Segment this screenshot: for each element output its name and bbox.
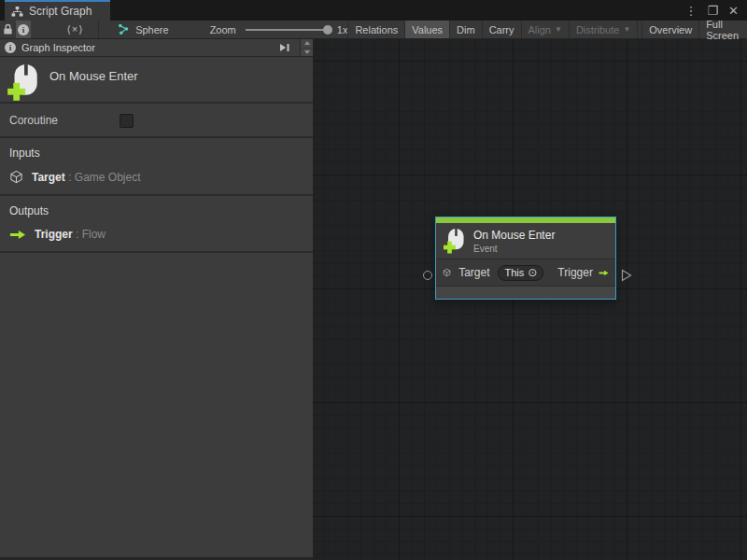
values-button[interactable]: Values — [404, 21, 449, 38]
dock-panel-button[interactable] — [275, 39, 294, 56]
carry-button[interactable]: Carry — [482, 21, 521, 38]
script-graph-asset-icon — [118, 23, 130, 35]
game-object-cube-icon — [9, 170, 23, 184]
zoom-slider-knob[interactable] — [323, 25, 332, 35]
node-output-port[interactable] — [621, 269, 632, 282]
on-mouse-enter-icon — [7, 63, 39, 101]
scroll-up-button[interactable] — [301, 39, 313, 48]
graph-inspector-title: Graph Inspector — [21, 42, 95, 53]
game-object-cube-icon — [443, 266, 451, 279]
output-port-row: Trigger : Flow — [9, 228, 303, 241]
coroutine-row: Coroutine — [0, 104, 313, 138]
panel-scroll-spinner — [300, 39, 313, 56]
tab-script-graph[interactable]: Script Graph — [5, 0, 110, 21]
input-port-row: Target : Game Object — [9, 170, 303, 184]
toolbar-right-group: Relations Values Dim Carry Align ▼ Distr… — [347, 21, 747, 38]
chevron-down-icon: ▼ — [623, 25, 630, 34]
node-title: On Mouse Enter — [473, 229, 555, 242]
tab-bar: Script Graph ⋮ ❐ ✕ — [0, 0, 747, 21]
target-value-button[interactable]: This ⊙ — [498, 265, 543, 281]
node-title-block: On Mouse Enter Event — [473, 229, 555, 254]
node-input-label: Target — [458, 266, 489, 279]
chevron-down-icon: ▼ — [555, 25, 562, 34]
coroutine-label: Coroutine — [9, 114, 58, 127]
info-icon — [5, 42, 16, 53]
graph-owner-reference[interactable]: Sphere — [118, 21, 168, 38]
code-view-button[interactable]: ⟨×⟩ — [51, 21, 98, 38]
distribute-label: Distribute — [576, 24, 619, 35]
relations-button[interactable]: Relations — [347, 21, 404, 38]
toolbar-separator — [98, 21, 99, 38]
fullscreen-button[interactable]: Full Screen — [698, 21, 747, 38]
input-port-type: : Game Object — [68, 171, 140, 184]
tab-label: Script Graph — [29, 5, 92, 18]
node-header[interactable]: On Mouse Enter Event — [436, 223, 615, 259]
unit-title: On Mouse Enter — [49, 69, 138, 83]
graph-hierarchy-icon — [11, 7, 23, 17]
target-value-label: This — [504, 267, 524, 278]
graph-toolbar: ⟨×⟩ Sphere Zoom 1x Relations Values Dim … — [0, 21, 747, 39]
on-mouse-enter-icon — [444, 228, 465, 254]
info-icon — [18, 24, 29, 35]
inspector-toggle-button[interactable] — [16, 21, 32, 38]
graph-owner-label: Sphere — [135, 24, 168, 35]
overview-button[interactable]: Overview — [641, 21, 698, 38]
zoom-label: Zoom — [210, 24, 236, 35]
outputs-section: Outputs Trigger : Flow — [0, 196, 313, 253]
scroll-down-button[interactable] — [301, 48, 313, 57]
object-picker-icon[interactable]: ⊙ — [528, 267, 537, 278]
node-output-label: Trigger — [557, 266, 593, 279]
zoom-control: Zoom 1x — [210, 21, 348, 38]
maximize-icon[interactable]: ❐ — [707, 5, 718, 17]
coroutine-checkbox[interactable] — [120, 114, 134, 128]
zoom-slider[interactable] — [246, 29, 328, 31]
align-dropdown[interactable]: Align ▼ — [521, 21, 569, 38]
close-icon[interactable]: ✕ — [728, 5, 739, 17]
graph-inspector-header: Graph Inspector — [0, 39, 313, 57]
triangle-down-icon — [304, 50, 310, 54]
zoom-value: 1x — [337, 24, 348, 35]
unit-header-section: On Mouse Enter — [0, 57, 313, 104]
input-port-name: Target — [32, 171, 65, 184]
dock-icon — [279, 43, 290, 52]
graph-canvas[interactable]: On Mouse Enter Event Target This ⊙ Trigg… — [313, 39, 747, 560]
outputs-heading: Outputs — [9, 204, 303, 217]
flow-arrow-icon — [9, 230, 26, 240]
triangle-up-icon — [304, 41, 310, 45]
distribute-dropdown[interactable]: Distribute ▼ — [569, 21, 637, 38]
lock-icon — [3, 23, 13, 35]
dim-button[interactable]: Dim — [449, 21, 482, 38]
node-subtitle: Event — [473, 244, 555, 254]
output-port-type: : Flow — [76, 228, 106, 241]
inputs-section: Inputs Target : Game Object — [0, 138, 313, 196]
node-footer — [436, 287, 615, 299]
kebab-menu-icon[interactable]: ⋮ — [684, 5, 697, 17]
inputs-heading: Inputs — [9, 147, 303, 160]
align-label: Align — [529, 24, 551, 35]
output-port-name: Trigger — [35, 228, 73, 241]
node-port-row: Target This ⊙ Trigger — [436, 259, 615, 287]
graph-inspector-panel: Graph Inspector On Mouse Enter Coroutine — [0, 39, 313, 560]
on-mouse-enter-node[interactable]: On Mouse Enter Event Target This ⊙ Trigg… — [435, 217, 616, 300]
lock-button[interactable] — [0, 21, 16, 38]
node-input-port[interactable] — [423, 271, 432, 280]
flow-arrow-icon — [599, 268, 609, 278]
